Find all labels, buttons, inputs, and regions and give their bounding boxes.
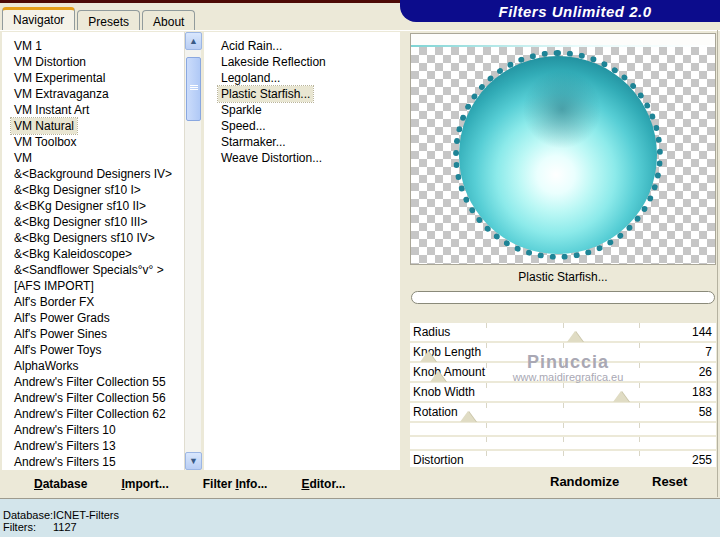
category-list-item[interactable]: Andrew's Filters 13 bbox=[2, 438, 184, 454]
category-list-item[interactable]: Alf's Power Sines bbox=[2, 326, 184, 342]
scroll-down-button[interactable]: ▼ bbox=[185, 452, 202, 470]
category-scrollbar[interactable]: ▲ ▼ bbox=[184, 32, 201, 470]
category-label: VM Instant Art bbox=[11, 102, 92, 118]
slider-row[interactable] bbox=[410, 437, 716, 449]
category-list-item[interactable]: &<Sandflower Specials°v° > bbox=[2, 262, 184, 278]
teal-sphere bbox=[459, 56, 657, 254]
category-label: VM Natural bbox=[11, 118, 77, 134]
status-info: Database: ICNET-Filters Filters: 1127 bbox=[3, 509, 119, 533]
filter-list-item[interactable]: Legoland... bbox=[204, 70, 400, 86]
tab[interactable]: About bbox=[142, 10, 195, 30]
slider-value: 144 bbox=[692, 325, 712, 339]
category-list-item[interactable]: Alf's Power Grads bbox=[2, 310, 184, 326]
slider-row[interactable] bbox=[410, 423, 716, 435]
category-list-item[interactable]: VM Instant Art bbox=[2, 102, 184, 118]
randomize-reset-row: Randomize Reset bbox=[408, 470, 714, 494]
filter-label: Weave Distortion... bbox=[218, 150, 325, 166]
filter-list-item[interactable]: Plastic Starfish... bbox=[204, 86, 400, 102]
menu-button[interactable]: Import... bbox=[121, 477, 168, 491]
slider-label: Rotation bbox=[413, 405, 458, 419]
category-label: VM bbox=[11, 150, 35, 166]
category-list-item[interactable]: VM Toolbox bbox=[2, 134, 184, 150]
category-label: Andrew's Filter Collection 56 bbox=[11, 390, 169, 406]
filter-list-item[interactable]: Weave Distortion... bbox=[204, 150, 400, 166]
category-label: Andrew's Filter Collection 55 bbox=[11, 374, 169, 390]
slider-thumb[interactable] bbox=[460, 411, 476, 422]
slider-thumb[interactable] bbox=[567, 331, 583, 342]
menu-button[interactable]: Editor... bbox=[301, 477, 345, 491]
filter-list-item[interactable]: Starmaker... bbox=[204, 134, 400, 150]
category-list-item[interactable]: VM Distortion bbox=[2, 54, 184, 70]
filters-value: 1127 bbox=[53, 521, 77, 533]
tab-bar: Navigator Presets About bbox=[2, 7, 197, 30]
category-list-item[interactable]: VM Natural bbox=[2, 118, 184, 134]
category-list-item[interactable]: Andrew's Filters 15 bbox=[2, 454, 184, 470]
slider-thumb[interactable] bbox=[420, 351, 436, 362]
category-label: VM Extravaganza bbox=[11, 86, 112, 102]
filter-list-item[interactable]: Sparkle bbox=[204, 102, 400, 118]
slider-value: 7 bbox=[705, 345, 712, 359]
category-list-item[interactable]: &<Bkg Designer sf10 I> bbox=[2, 182, 184, 198]
category-label: &<Bkg Designers sf10 IV> bbox=[11, 230, 158, 246]
category-list-item[interactable]: &<Bkg Designer sf10 III> bbox=[2, 214, 184, 230]
slider-row[interactable]: Rotation 58 bbox=[410, 403, 716, 421]
category-label: &<Bkg Designer sf10 I> bbox=[11, 182, 144, 198]
selected-filter-caption: Plastic Starfish... bbox=[410, 270, 716, 284]
category-label: &<Sandflower Specials°v° > bbox=[11, 262, 167, 278]
category-list-item[interactable]: Andrew's Filter Collection 62 bbox=[2, 406, 184, 422]
filters-unlimited-window: Filters Unlimited 2.0 Navigator Presets … bbox=[0, 0, 720, 537]
menu-button[interactable]: Database bbox=[34, 477, 87, 491]
slider-row[interactable]: Knob Width 183 bbox=[410, 383, 716, 401]
category-list-item[interactable]: Alf's Border FX bbox=[2, 294, 184, 310]
category-list-item[interactable]: &<Background Designers IV> bbox=[2, 166, 184, 182]
menu-button[interactable]: Filter Info... bbox=[203, 477, 268, 491]
slider-thumb[interactable] bbox=[430, 371, 446, 382]
category-list-item[interactable]: Andrew's Filter Collection 56 bbox=[2, 390, 184, 406]
app-title: Filters Unlimited 2.0 bbox=[468, 3, 651, 20]
slider-row[interactable]: Knob Amount 26 bbox=[410, 363, 716, 381]
scroll-up-button[interactable]: ▲ bbox=[185, 32, 202, 50]
filter-list-item[interactable]: Acid Rain... bbox=[204, 38, 400, 54]
status-bar: Database: ICNET-Filters Filters: 1127 Ap… bbox=[0, 500, 720, 537]
category-label: VM Distortion bbox=[11, 54, 89, 70]
category-list-item[interactable]: VM Experimental bbox=[2, 70, 184, 86]
preview-top-strip bbox=[411, 34, 715, 45]
filter-list-item[interactable]: Lakeside Reflection bbox=[204, 54, 400, 70]
category-list: VM 1 VM Distortion VM Experimental VM Ex… bbox=[2, 32, 184, 470]
category-list-item[interactable]: Andrew's Filters 10 bbox=[2, 422, 184, 438]
category-list-item[interactable]: &<Bkg Designers sf10 IV> bbox=[2, 230, 184, 246]
category-list-item[interactable]: AlphaWorks bbox=[2, 358, 184, 374]
filter-list-item[interactable]: Speed... bbox=[204, 118, 400, 134]
preview-image[interactable] bbox=[411, 47, 715, 264]
slider-row[interactable]: Knob Length 7 bbox=[410, 343, 716, 361]
slider-thumb[interactable] bbox=[613, 391, 629, 402]
scroll-thumb[interactable] bbox=[186, 57, 201, 121]
filter-label: Plastic Starfish... bbox=[218, 86, 313, 102]
category-list-item[interactable]: [AFS IMPORT] bbox=[2, 278, 184, 294]
slider-row[interactable]: Distortion 255 bbox=[410, 451, 716, 467]
filter-label: Speed... bbox=[218, 118, 269, 134]
category-list-item[interactable]: VM Extravaganza bbox=[2, 86, 184, 102]
tab[interactable]: Presets bbox=[77, 10, 140, 30]
category-list-item[interactable]: VM 1 bbox=[2, 38, 184, 54]
category-label: VM Experimental bbox=[11, 70, 108, 86]
category-list-item[interactable]: &<Bkg Kaleidoscope> bbox=[2, 246, 184, 262]
category-list-item[interactable]: &<BKg Designer sf10 II> bbox=[2, 198, 184, 214]
category-list-item[interactable]: Alf's Power Toys bbox=[2, 342, 184, 358]
filter-list: Acid Rain... Lakeside Reflection Legolan… bbox=[204, 32, 400, 470]
tab[interactable]: Navigator bbox=[2, 7, 75, 30]
category-label: Andrew's Filters 13 bbox=[11, 438, 119, 454]
category-label: &<Background Designers IV> bbox=[11, 166, 175, 182]
filter-label: Lakeside Reflection bbox=[218, 54, 329, 70]
slider-label: Knob Amount bbox=[413, 365, 485, 379]
reset-button[interactable]: Reset bbox=[652, 474, 687, 489]
preview-box bbox=[410, 33, 716, 265]
slider-label: Knob Width bbox=[413, 385, 475, 399]
category-label: Alf's Power Sines bbox=[11, 326, 110, 342]
category-list-item[interactable]: VM bbox=[2, 150, 184, 166]
randomize-button[interactable]: Randomize bbox=[550, 474, 619, 489]
filters-label: Filters: bbox=[3, 521, 53, 533]
slider-row[interactable]: Radius 144 bbox=[410, 323, 716, 341]
category-list-item[interactable]: Andrew's Filter Collection 55 bbox=[2, 374, 184, 390]
slider-value: 183 bbox=[692, 385, 712, 399]
